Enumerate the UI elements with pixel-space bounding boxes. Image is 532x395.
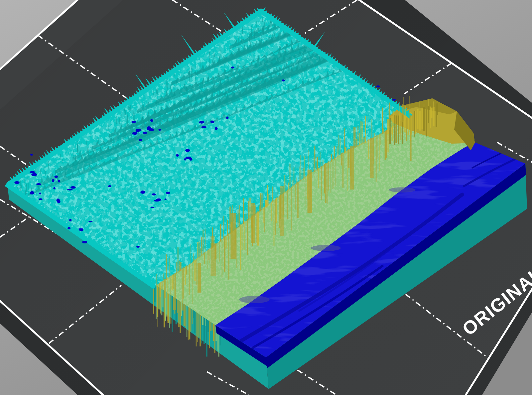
slicer-3d-viewport[interactable]: ORIGINAL xyxy=(0,0,532,395)
scene-canvas: ORIGINAL xyxy=(0,0,532,395)
